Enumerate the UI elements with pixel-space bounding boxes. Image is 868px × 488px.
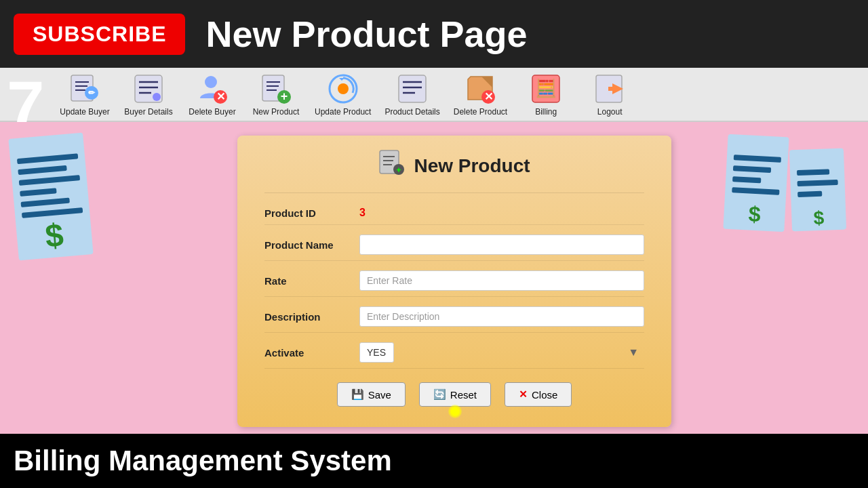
form-title: New Product [414, 155, 530, 177]
svg-point-11 [205, 76, 217, 88]
form-header-icon: + [378, 149, 406, 182]
nav-logout[interactable]: Logout [579, 69, 640, 119]
nav-delete-buyer[interactable]: ✕ Delete Buyer [182, 69, 243, 119]
delete-product-icon: ✕ [463, 72, 497, 106]
top-banner: SUBSCRIBE New Product Page [0, 0, 868, 68]
billing-label: Billing [535, 107, 557, 117]
activate-label: Activate [264, 347, 359, 359]
nav-billing[interactable]: 🧮 Billing [515, 69, 576, 119]
buyer-details-label: Buyer Details [124, 107, 172, 117]
rate-input[interactable] [359, 270, 644, 291]
nav-update-product[interactable]: Update Product [309, 69, 376, 119]
save-button[interactable]: 💾 Save [337, 382, 406, 407]
svg-rect-22 [399, 75, 426, 102]
nav-update-buyer[interactable]: ✏ Update Buyer [54, 69, 115, 119]
product-details-icon [395, 72, 429, 106]
page-title-banner: New Product Page [205, 13, 854, 55]
deco-right-dollar1: $ [748, 201, 762, 227]
save-label: Save [368, 389, 391, 401]
new-product-icon: + [259, 72, 293, 106]
nav-delete-product[interactable]: ✕ Delete Product [448, 69, 513, 119]
reset-label: Reset [450, 389, 477, 401]
description-input[interactable] [359, 306, 644, 327]
product-name-row: Product Name [264, 235, 644, 261]
form-header: + New Product [264, 149, 644, 193]
nav-new-product[interactable]: + New Product [245, 69, 307, 119]
delete-product-label: Delete Product [454, 107, 507, 117]
product-id-row: Product ID 3 [264, 207, 644, 225]
svg-text:🧮: 🧮 [535, 77, 557, 99]
close-icon: ✕ [519, 388, 528, 401]
new-product-form: + New Product Product ID 3 Product Name … [237, 136, 671, 427]
close-label: Close [532, 389, 557, 401]
reset-button[interactable]: 🔄 Reset [419, 382, 491, 407]
product-name-input[interactable] [359, 235, 644, 255]
deco-right: $ $ [726, 129, 861, 278]
select-arrow-icon: ▼ [628, 346, 639, 359]
deco-left: $ [7, 129, 95, 278]
activate-select[interactable]: YES NO [359, 342, 394, 363]
update-buyer-label: Update Buyer [60, 107, 109, 117]
svg-text:+: + [281, 89, 288, 103]
delete-buyer-icon: ✕ [195, 72, 229, 106]
buyer-details-icon [132, 72, 165, 106]
subscribe-button[interactable]: SUBSCRIBE [14, 14, 185, 55]
save-icon: 💾 [351, 388, 364, 401]
update-product-icon [326, 72, 360, 106]
rate-label: Rate [264, 275, 359, 287]
svg-point-21 [338, 83, 349, 94]
reset-icon: 🔄 [433, 388, 446, 401]
form-buttons: 💾 Save 🔄 Reset ✕ Close [264, 382, 644, 407]
description-label: Description [264, 311, 359, 323]
svg-text:+: + [397, 165, 401, 175]
description-row: Description [264, 306, 644, 333]
product-id-value: 3 [359, 207, 366, 219]
svg-rect-32 [608, 87, 615, 91]
delete-buyer-label: Delete Buyer [189, 107, 235, 117]
update-product-label: Update Product [315, 107, 371, 117]
rate-row: Rate [264, 270, 644, 297]
svg-point-10 [153, 93, 161, 101]
activate-row: Activate YES NO ▼ [264, 342, 644, 369]
svg-text:✕: ✕ [484, 91, 493, 102]
bottom-banner: Billing Management System [0, 434, 868, 488]
billing-icon: 🧮 [529, 72, 563, 106]
new-product-label: New Product [253, 107, 300, 117]
main-area: $ $ $ [0, 122, 868, 434]
svg-text:✕: ✕ [216, 91, 225, 102]
product-details-label: Product Details [384, 107, 439, 117]
svg-text:✏: ✏ [88, 88, 96, 98]
logout-label: Logout [597, 107, 623, 117]
activate-select-wrapper: YES NO ▼ [359, 342, 644, 363]
nav-product-details[interactable]: Product Details [379, 69, 445, 119]
deco-right-dollar2: $ [813, 207, 825, 230]
close-button[interactable]: ✕ Close [505, 382, 572, 407]
logout-icon [593, 72, 627, 106]
deco-left-dollar: $ [43, 216, 64, 255]
product-name-label: Product Name [264, 239, 359, 251]
navbar: 7 ✏ Update Buyer Buyer Detail [0, 68, 868, 122]
bottom-text: Billing Management System [14, 445, 392, 477]
nav-buyer-details[interactable]: Buyer Details [118, 69, 179, 119]
product-id-label: Product ID [264, 207, 359, 219]
update-buyer-icon: ✏ [68, 72, 102, 106]
